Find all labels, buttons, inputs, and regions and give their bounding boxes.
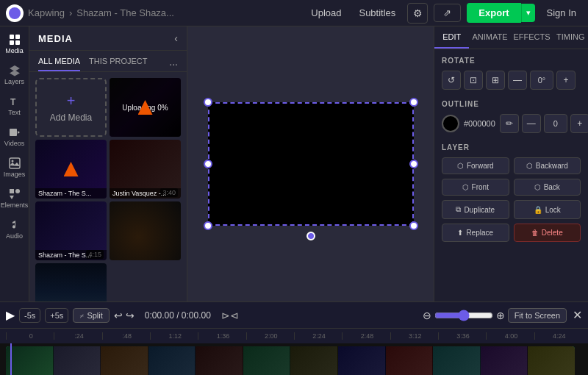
tab-edit[interactable]: EDIT bbox=[434, 26, 469, 49]
music-icon bbox=[9, 219, 21, 231]
sidebar-videos-label: Videos bbox=[4, 140, 24, 147]
outline-minus-button[interactable]: — bbox=[522, 114, 541, 133]
sidebar-audio-label: Audio bbox=[6, 232, 23, 240]
bottom-controls: ▶ -5s +5s ⌿ Split ↩ ↪ 0:00.00 / 0:00.00 … bbox=[0, 301, 588, 328]
lock-button[interactable]: 🔒 Lock bbox=[514, 200, 581, 219]
rotate-ccw-button[interactable]: ↺ bbox=[442, 71, 461, 90]
replace-icon: ⬆ bbox=[457, 229, 463, 237]
media-thumb-shazam2[interactable]: 4:15 Shazam - The S... bbox=[35, 201, 107, 260]
handle-mid-left[interactable] bbox=[204, 160, 212, 168]
zoom-out-button[interactable]: ⊖ bbox=[423, 310, 431, 321]
tab-effects[interactable]: EFFECTS bbox=[510, 26, 553, 49]
delete-label: Delete bbox=[542, 229, 563, 237]
outline-plus-button[interactable]: + bbox=[570, 114, 588, 133]
export-button[interactable]: Export bbox=[467, 3, 520, 23]
flip-v-button[interactable]: ⊞ bbox=[486, 71, 505, 90]
media-more-button[interactable]: ··· bbox=[169, 57, 178, 71]
forward-label: Forward bbox=[467, 162, 494, 170]
handle-mid-right[interactable] bbox=[409, 160, 418, 168]
play-button[interactable]: ▶ bbox=[6, 308, 15, 322]
topbar: Kapwing › Shazam - The Shaza... Upload S… bbox=[0, 0, 588, 26]
add-media-label: Add Media bbox=[50, 113, 92, 123]
ruler-mark-112: 1:12 bbox=[150, 332, 198, 340]
handle-center[interactable] bbox=[306, 232, 315, 240]
skip-fwd-button[interactable]: +5s bbox=[45, 308, 68, 323]
media-thumb-shazam1[interactable]: Shazam - The S... bbox=[35, 140, 107, 199]
rotate-plus-button[interactable]: + bbox=[556, 71, 576, 90]
sidebar-item-videos[interactable]: Videos bbox=[1, 122, 29, 151]
sidebar-item-elements[interactable]: Elements bbox=[1, 184, 29, 213]
media-panel-title: MEDIA bbox=[38, 33, 73, 44]
tab-timing[interactable]: TIMING bbox=[553, 26, 588, 49]
split-button[interactable]: ⌿ Split bbox=[73, 308, 109, 323]
tab-this-project[interactable]: THIS PROJECT bbox=[89, 57, 147, 71]
media-thumb-vasquez[interactable]: 3:40 Justin Vasquez -... bbox=[110, 140, 181, 199]
handle-bot-right[interactable] bbox=[409, 221, 418, 230]
sidebar-layers-label: Layers bbox=[4, 78, 24, 85]
zoom-in-button[interactable]: ⊕ bbox=[496, 310, 505, 321]
sidebar-item-text[interactable]: T Text bbox=[1, 91, 29, 121]
settings-button[interactable]: ⚙ bbox=[407, 3, 428, 24]
duplicate-label: Duplicate bbox=[464, 206, 495, 214]
canvas-wrapper[interactable] bbox=[208, 102, 414, 226]
sidebar-item-media[interactable]: Media bbox=[1, 29, 29, 59]
layer-action-row-1: ⧉ Duplicate 🔒 Lock bbox=[442, 200, 581, 219]
tab-all-media[interactable]: ALL MEDIA bbox=[38, 57, 80, 71]
outline-color-swatch[interactable] bbox=[442, 115, 459, 132]
zoom-slider[interactable] bbox=[434, 310, 493, 321]
media-thumb-city[interactable] bbox=[35, 263, 107, 301]
video-track[interactable] bbox=[6, 346, 575, 375]
right-panel: EDIT ANIMATE EFFECTS TIMING ROTATE ↺ ⊡ ⊞… bbox=[434, 26, 588, 301]
flip-h-button[interactable]: ⊡ bbox=[464, 71, 483, 90]
media-thumb-party[interactable] bbox=[110, 201, 181, 260]
replace-label: Replace bbox=[466, 229, 493, 237]
outline-edit-button[interactable]: ✏ bbox=[500, 114, 519, 133]
svg-text:T: T bbox=[10, 97, 16, 107]
breadcrumb-separator: › bbox=[69, 7, 72, 18]
outline-value: 0 bbox=[544, 114, 567, 133]
back-button[interactable]: ⬡ Back bbox=[514, 179, 581, 196]
ruler-mark-200: 2:00 bbox=[246, 332, 294, 340]
sidebar-item-audio[interactable]: Audio bbox=[1, 215, 29, 244]
forward-button[interactable]: ⬡ Forward bbox=[442, 157, 509, 174]
handle-top-left[interactable] bbox=[204, 98, 212, 107]
svg-rect-0 bbox=[10, 35, 14, 39]
add-media-button[interactable]: + Add Media bbox=[35, 78, 107, 137]
canvas-content bbox=[208, 102, 414, 226]
skip-back-button[interactable]: -5s bbox=[19, 308, 40, 323]
handle-bot-left[interactable] bbox=[204, 221, 212, 230]
svg-rect-7 bbox=[10, 158, 20, 168]
fit-to-screen-button[interactable]: Fit to Screen bbox=[508, 308, 567, 323]
backward-button[interactable]: ⬡ Backward bbox=[514, 157, 581, 174]
handle-top-right[interactable] bbox=[409, 98, 418, 107]
timeline-playhead[interactable] bbox=[10, 343, 12, 375]
rotate-minus-button[interactable]: — bbox=[508, 71, 527, 90]
close-button[interactable]: ✕ bbox=[573, 308, 582, 322]
backward-icon: ⬡ bbox=[526, 162, 533, 170]
media-thumb-uploading[interactable]: Uploading 0% bbox=[110, 78, 181, 137]
replace-button[interactable]: ⬆ Replace bbox=[442, 224, 509, 242]
subtitles-button[interactable]: Subtitles bbox=[353, 4, 401, 21]
media-panel-header: MEDIA ‹ bbox=[29, 26, 187, 51]
media-collapse-button[interactable]: ‹ bbox=[174, 32, 178, 44]
export-btn-group: Export ▾ bbox=[467, 3, 534, 23]
share-button[interactable]: ⇗ bbox=[434, 4, 461, 22]
front-button[interactable]: ⬡ Front bbox=[442, 179, 509, 196]
export-dropdown-button[interactable]: ▾ bbox=[521, 4, 535, 22]
svg-rect-3 bbox=[15, 40, 20, 45]
zoom-controls: ⊖ ⊕ Fit to Screen ✕ bbox=[423, 308, 582, 323]
sidebar-images-label: Images bbox=[4, 171, 26, 178]
share-icon: ⇗ bbox=[443, 7, 451, 18]
breadcrumb: Kapwing › Shazam - The Shaza... bbox=[28, 7, 301, 18]
layers-icon bbox=[9, 65, 21, 76]
sidebar-item-layers[interactable]: Layers bbox=[1, 60, 29, 90]
sidebar-item-images[interactable]: Images bbox=[1, 153, 29, 182]
redo-button[interactable]: ↪ bbox=[126, 310, 135, 321]
delete-button[interactable]: 🗑 Delete bbox=[514, 224, 581, 242]
tab-animate[interactable]: ANIMATE bbox=[469, 26, 510, 49]
duplicate-button[interactable]: ⧉ Duplicate bbox=[442, 200, 509, 219]
undo-button[interactable]: ↩ bbox=[114, 310, 123, 321]
video-icon bbox=[9, 126, 21, 138]
upload-button[interactable]: Upload bbox=[305, 4, 347, 21]
signin-button[interactable]: Sign In bbox=[541, 4, 582, 21]
